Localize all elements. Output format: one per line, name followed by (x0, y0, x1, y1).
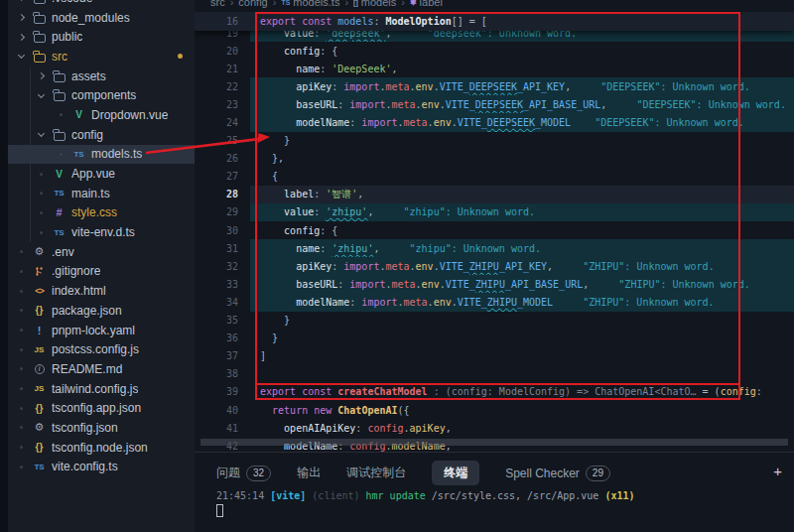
tree-item-README.md[interactable]: iREADME.md (8, 359, 195, 379)
tree-item-Dropdown.vue[interactable]: VDropdown.vue (8, 105, 195, 125)
code-text[interactable]: name: 'zhipu', "zhipu": Unknown word. (250, 239, 794, 257)
tree-item-config[interactable]: config (8, 125, 195, 145)
code-line-26[interactable]: 26 }, (195, 150, 794, 168)
line-number[interactable]: 33 (195, 279, 238, 290)
panel-tab-终端[interactable]: 终端 (432, 461, 479, 485)
code-text[interactable]: label: '智谱', (250, 186, 794, 203)
code-text[interactable]: ] (250, 347, 794, 365)
line-number[interactable]: 24 (195, 117, 238, 128)
tree-item-index.html[interactable]: <>index.html (8, 281, 195, 301)
tree-item-components[interactable]: components (8, 85, 195, 105)
code-text[interactable]: export const createChatModel : (config: … (250, 383, 794, 401)
tree-item-vite.config.ts[interactable]: TSvite.config.ts (8, 458, 195, 477)
code-text[interactable]: return new ChatOpenAI({ (250, 401, 794, 419)
code-line-28[interactable]: 28 label: '智谱', (195, 186, 794, 203)
code-line-41[interactable]: 41 openAIApiKey: config.apiKey, (195, 419, 794, 437)
code-text[interactable]: }, (250, 150, 794, 168)
line-number[interactable]: 29 (195, 206, 238, 217)
line-number[interactable]: 25 (195, 135, 238, 146)
tree-item-src[interactable]: src (8, 47, 195, 66)
tree-item-pnpm-lock.yaml[interactable]: !pnpm-lock.yaml (8, 321, 195, 340)
line-number[interactable]: 30 (195, 225, 238, 236)
code-line-23[interactable]: 23 baseURL: import.meta.env.VITE_DEEPSEE… (195, 95, 794, 113)
code-text[interactable]: openAIApiKey: config.apiKey, (250, 419, 794, 437)
line-number[interactable]: 35 (195, 315, 238, 326)
code-line-37[interactable]: 37] (195, 347, 794, 365)
code-line-39[interactable]: 39export const createChatModel : (config… (195, 383, 794, 401)
line-number[interactable]: 39 (195, 386, 238, 397)
line-number[interactable]: 28 (195, 189, 238, 200)
line-number[interactable]: 26 (195, 153, 238, 164)
chevron-down-icon[interactable] (16, 55, 27, 58)
code-line-29[interactable]: 29 value: 'zhipu', "zhipu": Unknown word… (195, 203, 794, 221)
code-text[interactable]: apiKey: import.meta.env.VITE_DEEPSEEK_AP… (250, 77, 794, 95)
line-number[interactable]: 37 (195, 350, 238, 361)
line-number[interactable]: 40 (195, 405, 238, 416)
line-number[interactable]: 22 (195, 81, 238, 92)
tree-item-style.css[interactable]: #style.css (8, 203, 195, 223)
tree-item-models.ts[interactable]: TSmodels.ts (8, 145, 195, 165)
breadcrumb-item[interactable]: src (210, 0, 225, 10)
code-text[interactable]: } (250, 330, 794, 347)
code-line-22[interactable]: 22 apiKey: import.meta.env.VITE_DEEPSEEK… (195, 77, 794, 95)
tree-item-tsconfig.app.json[interactable]: {}tsconfig.app.json (8, 398, 195, 418)
breadcrumb-item[interactable]: ✱label (410, 0, 443, 10)
breadcrumb-item[interactable]: config (238, 0, 267, 10)
chevron-down-icon[interactable] (36, 94, 47, 97)
code-line-33[interactable]: 33 baseURL: import.meta.env.VITE_ZHIPU_A… (195, 275, 794, 293)
line-number[interactable]: 20 (195, 46, 238, 57)
panel-tab-Spell-Checker[interactable]: Spell Checker29 (505, 466, 610, 481)
tree-item-main.ts[interactable]: TSmain.ts (8, 184, 195, 203)
chevron-right-icon[interactable] (16, 35, 27, 40)
breadcrumb-item[interactable]: TSmodels.ts (281, 0, 339, 10)
new-terminal-button[interactable]: + (773, 463, 782, 479)
line-number[interactable]: 34 (195, 297, 238, 308)
tree-item-tsconfig.json[interactable]: ⚙tsconfig.json (8, 418, 195, 438)
line-number[interactable]: 32 (195, 261, 238, 272)
code-line-24[interactable]: 24 modelName: import.meta.env.VITE_DEEPS… (195, 113, 794, 131)
tree-item-assets[interactable]: assets (8, 66, 195, 86)
code-text[interactable]: export const models: ModelOption[] = [ (250, 16, 487, 27)
line-number[interactable]: 41 (195, 423, 238, 434)
code-text[interactable]: config: { (250, 42, 794, 60)
code-line-27[interactable]: 27 { (195, 168, 794, 186)
panel-tab-问题[interactable]: 问题32 (216, 465, 271, 481)
code-line-20[interactable]: 20 config: { (195, 42, 794, 60)
tree-item-App.vue[interactable]: VApp.vue (8, 164, 195, 184)
code-text[interactable]: baseURL: import.meta.env.VITE_ZHIPU_API_… (250, 275, 794, 293)
code-text[interactable]: name: 'DeepSeek', (250, 60, 794, 77)
code-text[interactable]: apiKey: import.meta.env.VITE_ZHIPU_API_K… (250, 257, 794, 275)
code-text[interactable]: } (250, 132, 794, 150)
tree-item-.vscode[interactable]: .vscode (8, 0, 195, 8)
code-line-32[interactable]: 32 apiKey: import.meta.env.VITE_ZHIPU_AP… (195, 257, 794, 275)
code-line-40[interactable]: 40 return new ChatOpenAI({ (195, 401, 794, 419)
sticky-scroll-line[interactable]: 16export const models: ModelOption[] = [ (195, 12, 794, 31)
line-number[interactable]: 36 (195, 332, 238, 343)
line-number[interactable]: 16 (195, 16, 238, 27)
code-line-34[interactable]: 34 modelName: import.meta.env.VITE_ZHIPU… (195, 293, 794, 311)
code-line-31[interactable]: 31 name: 'zhipu', "zhipu": Unknown word. (195, 239, 794, 257)
code-line-25[interactable]: 25 } (195, 132, 794, 150)
code-text[interactable]: config: { (250, 221, 794, 239)
code-line-35[interactable]: 35 } (195, 312, 794, 330)
code-text[interactable]: { (250, 168, 794, 186)
code-text[interactable]: } (250, 312, 794, 330)
code-text[interactable]: modelName: import.meta.env.VITE_DEEPSEEK… (250, 113, 794, 131)
tree-item-tailwind.config.js[interactable]: JStailwind.config.js (8, 379, 195, 399)
line-number[interactable]: 38 (195, 368, 238, 379)
chevron-right-icon[interactable] (16, 15, 27, 20)
code-line-30[interactable]: 30 config: { (195, 221, 794, 239)
line-number[interactable]: 23 (195, 99, 238, 110)
line-number[interactable]: 31 (195, 243, 238, 254)
panel-tab-输出[interactable]: 输出 (297, 465, 321, 481)
code-text[interactable]: value: 'zhipu', "zhipu": Unknown word. (250, 203, 794, 221)
breadcrumb-item[interactable]: []models (353, 0, 396, 10)
chevron-down-icon[interactable] (36, 133, 47, 136)
tree-item-.gitignore[interactable]: .gitignore (8, 262, 195, 282)
tree-item-.env[interactable]: ⚙.env (8, 242, 195, 262)
code-text[interactable] (250, 365, 794, 383)
panel-tab-调试控制台[interactable]: 调试控制台 (346, 465, 406, 481)
code-text[interactable]: modelName: import.meta.env.VITE_ZHIPU_MO… (250, 293, 794, 311)
code-line-36[interactable]: 36 } (195, 330, 794, 347)
code-line-21[interactable]: 21 name: 'DeepSeek', (195, 60, 794, 77)
